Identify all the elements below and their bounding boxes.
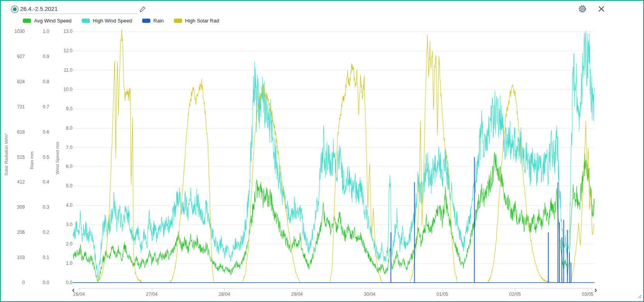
solar-tick-label: 103 [8, 255, 25, 260]
wind-tick-label: 9.0 [55, 106, 72, 112]
rain-tick-label: 0.6 [32, 129, 49, 135]
close-button[interactable] [597, 5, 606, 13]
legend-label: High Wind Speed [93, 18, 132, 24]
scrollbar-tick [297, 288, 298, 291]
solar-tick-label: 309 [8, 204, 25, 210]
date-tick-label: 01/05 [431, 292, 454, 297]
wind-tick-label: 10.0 [55, 87, 72, 92]
scrollbar-tick [79, 288, 79, 291]
solar-tick-label: 0 [8, 280, 25, 285]
wind-tick-label: 5.0 [55, 183, 72, 189]
wind-tick-label: 2.0 [55, 241, 72, 247]
scrollbar-tick [370, 288, 370, 291]
rain-tick-label: 0.3 [32, 204, 49, 210]
scrollbar-tick [443, 288, 443, 291]
rain-tick-label: 0.8 [32, 79, 49, 84]
solar-tick-label: 206 [8, 230, 25, 235]
scrollbar-tick [588, 288, 588, 291]
resize-grip-icon [636, 293, 642, 299]
legend-label: Avg Wind Speed [34, 18, 72, 24]
legend-item-high-wind-speed[interactable]: High Wind Speed [82, 18, 132, 24]
solar-tick-label: 1030 [8, 29, 25, 34]
timeseries-chart-canvas[interactable] [73, 28, 594, 287]
scrollbar-tick [224, 288, 225, 291]
wind-tick-label: 0.0 [55, 280, 72, 285]
solar-tick-label: 824 [8, 79, 25, 84]
legend-swatch-icon [142, 19, 150, 23]
rain-tick-label: 0.0 [32, 280, 49, 285]
chart-legend: Avg Wind SpeedHigh Wind SpeedRainHigh So… [23, 18, 219, 24]
rain-tick-label: 0.2 [32, 230, 49, 235]
rain-tick-label: 1.0 [32, 29, 49, 34]
legend-item-high-solar-rad[interactable]: High Solar Rad [174, 18, 219, 24]
date-tick-label: 29/04 [286, 292, 309, 297]
solar-tick-label: 515 [8, 154, 25, 160]
wind-tick-label: 8.0 [55, 125, 72, 131]
rain-tick-label: 0.9 [32, 54, 49, 59]
rain-tick-label: 0.5 [32, 154, 49, 160]
legend-swatch-icon [82, 19, 90, 23]
rain-tick-label: 0.4 [32, 179, 49, 185]
wind-tick-label: 13.0 [55, 29, 72, 34]
rain-tick-label: 0.7 [32, 104, 49, 110]
legend-label: Rain [153, 18, 164, 24]
solar-tick-label: 618 [8, 129, 25, 135]
solar-tick-label: 927 [8, 54, 25, 59]
wind-tick-label: 3.0 [55, 222, 72, 227]
legend-item-rain[interactable]: Rain [142, 18, 164, 24]
date-tick-label: 27/04 [140, 292, 164, 297]
wind-tick-label: 12.0 [55, 48, 72, 53]
date-tick-label: 30/04 [358, 292, 381, 297]
date-tick-label: 26/04 [67, 292, 91, 297]
edit-title-button[interactable] [139, 5, 146, 13]
wind-tick-label: 11.0 [55, 67, 72, 73]
legend-swatch-icon [174, 19, 182, 23]
resize-grip-handle[interactable] [636, 293, 642, 300]
period-title-input[interactable]: 26.4.-2.5.2021 [20, 5, 138, 14]
wind-tick-label: 6.0 [55, 164, 72, 169]
weather-station-panel: 26.4.-2.5.2021 Avg Wind SpeedHigh Wind S… [0, 0, 644, 302]
legend-swatch-icon [23, 19, 31, 23]
date-tick-label: 02/05 [503, 292, 527, 297]
solar-tick-label: 412 [8, 179, 25, 185]
scrollbar-tick [152, 288, 152, 291]
date-tick-label: 28/04 [213, 292, 236, 297]
date-tick-label: 03/05 [576, 292, 599, 297]
legend-item-avg-wind-speed[interactable]: Avg Wind Speed [23, 18, 72, 24]
settings-button[interactable] [578, 4, 587, 14]
station-status-icon [11, 5, 19, 13]
solar-tick-label: 721 [8, 104, 25, 110]
wind-tick-label: 4.0 [55, 202, 72, 208]
scrollbar-tick [515, 288, 515, 291]
wind-tick-label: 7.0 [55, 145, 72, 150]
status-dot-icon [13, 7, 17, 11]
gear-icon [578, 5, 587, 13]
wind-tick-label: 1.0 [55, 261, 72, 266]
legend-label: High Solar Rad [185, 18, 219, 24]
rain-tick-label: 0.1 [32, 255, 49, 260]
pencil-icon [139, 6, 146, 12]
close-icon [598, 6, 604, 12]
